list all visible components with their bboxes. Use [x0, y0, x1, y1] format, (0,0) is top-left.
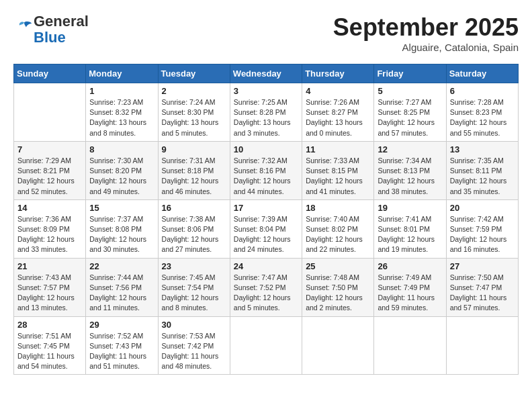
day-number: 2 — [162, 86, 226, 96]
day-number: 25 — [306, 261, 370, 271]
calendar-cell: 29Sunrise: 7:52 AM Sunset: 7:43 PM Dayli… — [86, 316, 158, 375]
day-info: Sunrise: 7:39 AM Sunset: 8:04 PM Dayligh… — [234, 214, 298, 255]
calendar-cell: 12Sunrise: 7:34 AM Sunset: 8:13 PM Dayli… — [374, 141, 446, 199]
calendar-cell: 28Sunrise: 7:51 AM Sunset: 7:45 PM Dayli… — [14, 316, 86, 375]
calendar-cell: 22Sunrise: 7:44 AM Sunset: 7:56 PM Dayli… — [86, 258, 158, 316]
day-info: Sunrise: 7:40 AM Sunset: 8:02 PM Dayligh… — [306, 214, 370, 255]
day-info: Sunrise: 7:48 AM Sunset: 7:50 PM Dayligh… — [306, 273, 370, 314]
calendar-cell — [230, 316, 302, 375]
calendar-cell: 1Sunrise: 7:23 AM Sunset: 8:32 PM Daylig… — [86, 83, 158, 142]
weekday-header-saturday: Saturday — [446, 64, 518, 83]
day-info: Sunrise: 7:53 AM Sunset: 7:42 PM Dayligh… — [162, 331, 226, 372]
logo-bird-icon — [15, 19, 34, 38]
day-info: Sunrise: 7:25 AM Sunset: 8:28 PM Dayligh… — [234, 97, 298, 138]
week-row-5: 28Sunrise: 7:51 AM Sunset: 7:45 PM Dayli… — [14, 316, 519, 375]
day-number: 5 — [378, 86, 442, 96]
day-number: 3 — [234, 86, 298, 96]
day-number: 20 — [450, 203, 515, 213]
day-info: Sunrise: 7:33 AM Sunset: 8:15 PM Dayligh… — [306, 156, 370, 197]
day-number: 9 — [162, 144, 226, 154]
day-number: 7 — [17, 144, 82, 154]
calendar-cell: 3Sunrise: 7:25 AM Sunset: 8:28 PM Daylig… — [230, 83, 302, 142]
calendar-cell: 8Sunrise: 7:30 AM Sunset: 8:20 PM Daylig… — [86, 141, 158, 199]
calendar-cell: 24Sunrise: 7:47 AM Sunset: 7:52 PM Dayli… — [230, 258, 302, 316]
day-info: Sunrise: 7:23 AM Sunset: 8:32 PM Dayligh… — [89, 97, 154, 138]
day-number: 23 — [162, 261, 226, 271]
day-number: 17 — [234, 203, 298, 213]
day-info: Sunrise: 7:27 AM Sunset: 8:25 PM Dayligh… — [378, 97, 442, 138]
calendar-cell: 26Sunrise: 7:49 AM Sunset: 7:49 PM Dayli… — [374, 258, 446, 316]
day-number: 4 — [306, 86, 370, 96]
month-title: September 2025 — [333, 13, 519, 42]
weekday-header-wednesday: Wednesday — [230, 64, 302, 83]
day-number: 28 — [17, 320, 82, 330]
calendar-cell — [14, 83, 86, 142]
day-info: Sunrise: 7:38 AM Sunset: 8:06 PM Dayligh… — [162, 214, 226, 255]
calendar-cell: 13Sunrise: 7:35 AM Sunset: 8:11 PM Dayli… — [446, 141, 518, 199]
day-number: 22 — [89, 261, 154, 271]
day-number: 11 — [306, 144, 370, 154]
calendar-cell: 7Sunrise: 7:29 AM Sunset: 8:21 PM Daylig… — [14, 141, 86, 199]
day-number: 24 — [234, 261, 298, 271]
day-number: 8 — [89, 144, 154, 154]
calendar-cell: 20Sunrise: 7:42 AM Sunset: 7:59 PM Dayli… — [446, 199, 518, 258]
location-text: Alguaire, Catalonia, Spain — [333, 42, 519, 53]
day-number: 16 — [162, 203, 226, 213]
calendar-cell: 27Sunrise: 7:50 AM Sunset: 7:47 PM Dayli… — [446, 258, 518, 316]
calendar-cell: 17Sunrise: 7:39 AM Sunset: 8:04 PM Dayli… — [230, 199, 302, 258]
day-number: 18 — [306, 203, 370, 213]
day-number: 19 — [378, 203, 442, 213]
weekday-header-sunday: Sunday — [14, 64, 86, 83]
weekday-header-row: SundayMondayTuesdayWednesdayThursdayFrid… — [14, 64, 519, 83]
day-info: Sunrise: 7:26 AM Sunset: 8:27 PM Dayligh… — [306, 97, 370, 138]
logo: General Blue — [13, 13, 89, 46]
calendar-cell: 18Sunrise: 7:40 AM Sunset: 8:02 PM Dayli… — [302, 199, 374, 258]
day-info: Sunrise: 7:24 AM Sunset: 8:30 PM Dayligh… — [162, 97, 226, 138]
calendar-cell: 5Sunrise: 7:27 AM Sunset: 8:25 PM Daylig… — [374, 83, 446, 142]
day-info: Sunrise: 7:29 AM Sunset: 8:21 PM Dayligh… — [17, 156, 82, 197]
day-number: 29 — [89, 320, 154, 330]
page-header: General Blue September 2025 Alguaire, Ca… — [13, 13, 519, 53]
day-number: 6 — [450, 86, 515, 96]
day-info: Sunrise: 7:32 AM Sunset: 8:16 PM Dayligh… — [234, 156, 298, 197]
week-row-2: 7Sunrise: 7:29 AM Sunset: 8:21 PM Daylig… — [14, 141, 519, 199]
day-info: Sunrise: 7:45 AM Sunset: 7:54 PM Dayligh… — [162, 273, 226, 314]
day-info: Sunrise: 7:36 AM Sunset: 8:09 PM Dayligh… — [17, 214, 82, 255]
calendar-cell: 25Sunrise: 7:48 AM Sunset: 7:50 PM Dayli… — [302, 258, 374, 316]
day-info: Sunrise: 7:42 AM Sunset: 7:59 PM Dayligh… — [450, 214, 515, 255]
calendar-cell: 9Sunrise: 7:31 AM Sunset: 8:18 PM Daylig… — [158, 141, 230, 199]
day-number: 13 — [450, 144, 515, 154]
day-info: Sunrise: 7:49 AM Sunset: 7:49 PM Dayligh… — [378, 273, 442, 314]
calendar-cell: 19Sunrise: 7:41 AM Sunset: 8:01 PM Dayli… — [374, 199, 446, 258]
calendar-cell: 16Sunrise: 7:38 AM Sunset: 8:06 PM Dayli… — [158, 199, 230, 258]
week-row-1: 1Sunrise: 7:23 AM Sunset: 8:32 PM Daylig… — [14, 83, 519, 142]
calendar-cell: 14Sunrise: 7:36 AM Sunset: 8:09 PM Dayli… — [14, 199, 86, 258]
calendar-cell: 4Sunrise: 7:26 AM Sunset: 8:27 PM Daylig… — [302, 83, 374, 142]
day-number: 26 — [378, 261, 442, 271]
day-info: Sunrise: 7:34 AM Sunset: 8:13 PM Dayligh… — [378, 156, 442, 197]
calendar-cell — [446, 316, 518, 375]
day-info: Sunrise: 7:43 AM Sunset: 7:57 PM Dayligh… — [17, 273, 82, 314]
day-info: Sunrise: 7:41 AM Sunset: 8:01 PM Dayligh… — [378, 214, 442, 255]
day-number: 21 — [17, 261, 82, 271]
logo-general-text: General — [34, 13, 89, 30]
weekday-header-tuesday: Tuesday — [158, 64, 230, 83]
calendar-cell: 10Sunrise: 7:32 AM Sunset: 8:16 PM Dayli… — [230, 141, 302, 199]
day-number: 15 — [89, 203, 154, 213]
calendar-cell: 6Sunrise: 7:28 AM Sunset: 8:23 PM Daylig… — [446, 83, 518, 142]
logo-blue-text: Blue — [34, 30, 89, 46]
calendar-cell: 23Sunrise: 7:45 AM Sunset: 7:54 PM Dayli… — [158, 258, 230, 316]
week-row-3: 14Sunrise: 7:36 AM Sunset: 8:09 PM Dayli… — [14, 199, 519, 258]
day-number: 30 — [162, 320, 226, 330]
day-number: 10 — [234, 144, 298, 154]
day-info: Sunrise: 7:50 AM Sunset: 7:47 PM Dayligh… — [450, 273, 515, 314]
title-block: September 2025 Alguaire, Catalonia, Spai… — [333, 13, 519, 53]
day-number: 12 — [378, 144, 442, 154]
day-info: Sunrise: 7:44 AM Sunset: 7:56 PM Dayligh… — [89, 273, 154, 314]
day-info: Sunrise: 7:52 AM Sunset: 7:43 PM Dayligh… — [89, 331, 154, 372]
day-info: Sunrise: 7:31 AM Sunset: 8:18 PM Dayligh… — [162, 156, 226, 197]
calendar-cell: 30Sunrise: 7:53 AM Sunset: 7:42 PM Dayli… — [158, 316, 230, 375]
day-number: 14 — [17, 203, 82, 213]
day-info: Sunrise: 7:37 AM Sunset: 8:08 PM Dayligh… — [89, 214, 154, 255]
weekday-header-thursday: Thursday — [302, 64, 374, 83]
